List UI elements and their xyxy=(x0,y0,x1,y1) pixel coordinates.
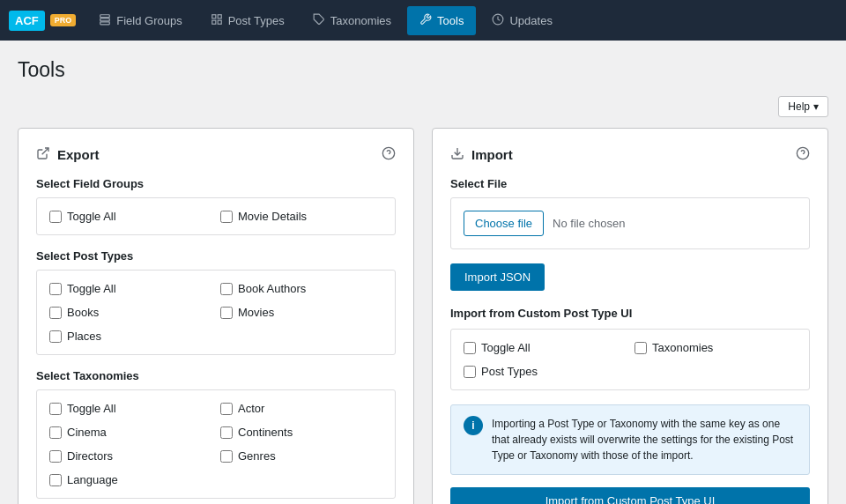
svg-rect-4 xyxy=(218,14,221,18)
nav-label-taxonomies: Taxonomies xyxy=(330,14,391,27)
info-icon: i xyxy=(464,416,483,435)
import-cpt-label: Import from Custom Post Type UI xyxy=(450,307,810,320)
checkbox-cpt-taxonomies[interactable]: Taxonomies xyxy=(634,338,797,357)
logo-text: ACF xyxy=(9,11,45,31)
checkbox-directors-label: Directors xyxy=(67,449,113,463)
checkbox-cpt-toggle-all-input[interactable] xyxy=(464,342,476,354)
checkbox-toggle-all-tax-label: Toggle All xyxy=(67,402,116,415)
import-card-header: Import xyxy=(450,146,810,163)
checkbox-movie-details-label: Movie Details xyxy=(238,210,307,223)
checkbox-movies[interactable]: Movies xyxy=(220,303,382,322)
import-cpt-button[interactable]: Import from Custom Post Type UI xyxy=(450,487,810,504)
svg-rect-1 xyxy=(100,18,110,20)
checkbox-continents[interactable]: Continents xyxy=(220,423,382,441)
import-info-box: i Importing a Post Type or Taxonomy with… xyxy=(450,404,810,475)
checkbox-toggle-all-tax-input[interactable] xyxy=(49,403,62,415)
taxonomies-section-label: Select Taxonomies xyxy=(36,369,396,382)
tools-grid: Export Select Field Groups Toggle All Mo… xyxy=(18,128,828,504)
checkbox-continents-input[interactable] xyxy=(220,426,233,439)
checkbox-toggle-all-pt[interactable]: Toggle All xyxy=(49,279,212,298)
nav-item-updates[interactable]: Updates xyxy=(479,6,564,35)
checkbox-genres-input[interactable] xyxy=(220,450,233,463)
checkbox-cinema-input[interactable] xyxy=(49,426,62,439)
post-types-icon xyxy=(211,13,223,28)
checkbox-movies-label: Movies xyxy=(238,306,274,319)
checkbox-places-input[interactable] xyxy=(49,330,62,343)
checkbox-cpt-post-types[interactable]: Post Types xyxy=(464,362,626,381)
checkbox-book-authors-label: Book Authors xyxy=(238,282,306,295)
nav-label-post-types: Post Types xyxy=(228,14,285,27)
svg-rect-3 xyxy=(212,14,215,18)
checkbox-toggle-all-fg-label: Toggle All xyxy=(67,210,116,223)
nav-item-tools[interactable]: Tools xyxy=(407,6,476,35)
checkbox-cpt-toggle-all-label: Toggle All xyxy=(481,341,531,354)
export-card: Export Select Field Groups Toggle All Mo… xyxy=(18,128,414,504)
chevron-down-icon: ▾ xyxy=(813,100,819,113)
help-button[interactable]: Help ▾ xyxy=(778,96,828,117)
import-title: Import xyxy=(450,146,513,163)
checkbox-cinema[interactable]: Cinema xyxy=(49,423,212,441)
taxonomies-checkbox-row: Toggle All Actor Cinema Continents xyxy=(49,399,382,489)
checkbox-book-authors[interactable]: Book Authors xyxy=(220,279,382,298)
choose-file-button[interactable]: Choose file xyxy=(464,211,544,236)
import-icon xyxy=(450,146,464,163)
checkbox-genres[interactable]: Genres xyxy=(220,447,382,465)
nav-item-post-types[interactable]: Post Types xyxy=(198,6,297,35)
import-help-icon[interactable] xyxy=(796,146,810,163)
svg-rect-6 xyxy=(218,20,221,24)
nav-label-updates: Updates xyxy=(509,14,552,27)
checkbox-toggle-all-tax[interactable]: Toggle All xyxy=(49,399,212,418)
checkbox-toggle-all-fg[interactable]: Toggle All xyxy=(49,207,212,226)
field-groups-section-label: Select Field Groups xyxy=(36,177,396,190)
svg-rect-2 xyxy=(100,21,110,24)
checkbox-movie-details[interactable]: Movie Details xyxy=(220,207,382,226)
checkbox-books-label: Books xyxy=(67,306,99,319)
post-types-section-label: Select Post Types xyxy=(36,249,396,263)
checkbox-directors[interactable]: Directors xyxy=(49,447,212,465)
export-title-text: Export xyxy=(57,147,100,162)
taxonomies-checkbox-group: Toggle All Actor Cinema Continents xyxy=(36,389,396,499)
page-title: Tools xyxy=(18,58,828,82)
checkbox-movies-input[interactable] xyxy=(220,307,233,319)
checkbox-places[interactable]: Places xyxy=(49,327,212,345)
field-groups-checkbox-group: Toggle All Movie Details xyxy=(36,197,396,235)
import-card: Import Select File Choose file No file c… xyxy=(432,128,828,504)
export-title: Export xyxy=(36,146,100,163)
cpt-checkbox-group: Toggle All Taxonomies Post Types xyxy=(450,329,810,390)
import-json-button[interactable]: Import JSON xyxy=(450,263,545,291)
checkbox-cpt-post-types-label: Post Types xyxy=(481,365,538,378)
top-navigation: ACF PRO Field Groups Post Types Taxonomi… xyxy=(0,0,846,41)
import-info-text: Importing a Post Type or Taxonomy with t… xyxy=(492,416,797,463)
svg-rect-5 xyxy=(212,20,215,24)
checkbox-books[interactable]: Books xyxy=(49,303,212,322)
help-label: Help xyxy=(788,100,810,113)
tools-icon xyxy=(419,13,432,28)
checkbox-cpt-toggle-all[interactable]: Toggle All xyxy=(464,338,626,357)
checkbox-actor[interactable]: Actor xyxy=(220,399,382,418)
checkbox-toggle-all-fg-input[interactable] xyxy=(49,211,62,223)
checkbox-actor-input[interactable] xyxy=(220,403,233,415)
checkbox-actor-label: Actor xyxy=(238,402,264,415)
checkbox-toggle-all-pt-input[interactable] xyxy=(49,283,62,295)
nav-label-field-groups: Field Groups xyxy=(116,14,182,27)
checkbox-cpt-taxonomies-input[interactable] xyxy=(634,342,647,354)
checkbox-language-input[interactable] xyxy=(49,474,62,486)
select-file-label: Select File xyxy=(450,177,810,190)
post-types-checkbox-group: Toggle All Book Authors Books Movies xyxy=(36,270,396,355)
svg-line-9 xyxy=(42,148,48,154)
checkbox-directors-input[interactable] xyxy=(49,450,62,463)
file-name-display: No file chosen xyxy=(553,217,625,230)
export-help-icon[interactable] xyxy=(382,146,396,163)
checkbox-book-authors-input[interactable] xyxy=(220,283,233,295)
nav-item-taxonomies[interactable]: Taxonomies xyxy=(301,6,404,35)
nav-label-tools: Tools xyxy=(437,14,464,27)
checkbox-movie-details-input[interactable] xyxy=(220,211,233,223)
updates-icon xyxy=(492,13,504,28)
checkbox-books-input[interactable] xyxy=(49,307,62,319)
checkbox-language[interactable]: Language xyxy=(49,471,212,489)
pro-badge: PRO xyxy=(50,14,77,26)
acf-logo: ACF PRO xyxy=(9,11,76,31)
nav-item-field-groups[interactable]: Field Groups xyxy=(86,6,194,35)
checkbox-cpt-post-types-input[interactable] xyxy=(464,366,476,378)
checkbox-toggle-all-pt-label: Toggle All xyxy=(67,282,116,295)
